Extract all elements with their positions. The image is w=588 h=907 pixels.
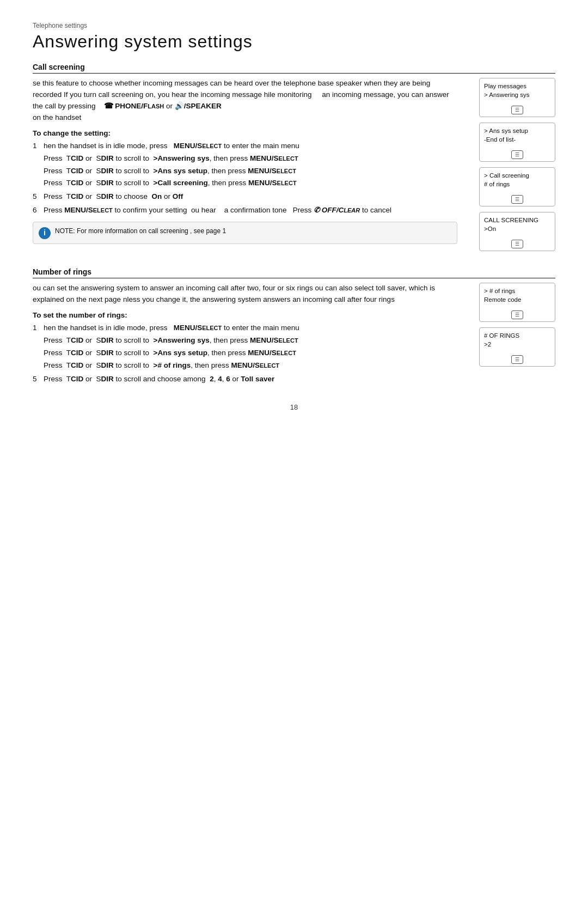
step-5-rings: 5 Press TCID or SDIR to scroll and choos… xyxy=(33,374,457,385)
rings-screen-1-icon: ☰ xyxy=(511,311,523,319)
cs-screen-1-icon: ☰ xyxy=(511,106,523,114)
change-setting-title: To change the setting: xyxy=(33,129,457,137)
substep-3-cs: Press TCID or SDIR to scroll to >Call sc… xyxy=(44,178,457,189)
rings-screen-2: # OF RINGS >2 ☰ xyxy=(479,327,555,367)
info-box-cs: i NOTE: For more information on call scr… xyxy=(33,222,457,244)
cs-screen-3-icon: ☰ xyxy=(511,195,523,204)
step-1-cs: 1 hen the handset is in idle mode, press… xyxy=(33,141,457,152)
step-1-rings: 1 hen the handset is in idle mode, press… xyxy=(33,322,457,334)
page-number: 18 xyxy=(33,403,555,411)
step-6-cs: 6 Press MENU/SELECT to confirm your sett… xyxy=(33,205,457,216)
cs-screen-4-icon: ☰ xyxy=(511,240,523,248)
rings-header: Number of rings xyxy=(33,267,555,278)
cs-screen-1: Play messages > Answering sys ☰ xyxy=(479,78,555,117)
breadcrumb: Telephone settings xyxy=(33,22,555,29)
call-screening-header: Call screening xyxy=(33,63,555,74)
cs-screen-4: CALL SCREENING >On ☰ xyxy=(479,212,555,251)
cs-screen-2: > Ans sys setup -End of list- ☰ xyxy=(479,123,555,162)
number-of-rings-section: Number of rings ou can set the answering… xyxy=(33,267,555,387)
set-rings-title: To set the number of rings: xyxy=(33,311,457,319)
rings-screens: > # of rings Remote code ☰ # OF RINGS >2… xyxy=(468,283,555,387)
step-5-cs: 5 Press TCID or SDIR to choose On or Off xyxy=(33,191,457,203)
call-screening-body: se this feature to choose whether incomi… xyxy=(33,78,457,124)
info-icon: i xyxy=(39,227,51,239)
rings-screen-2-icon: ☰ xyxy=(511,355,523,364)
cs-screens: Play messages > Answering sys ☰ > Ans sy… xyxy=(468,78,555,251)
call-screening-section: Call screening se this feature to choose… xyxy=(33,63,555,251)
substep-1-rings: Press TCID or SDIR to scroll to >Answeri… xyxy=(44,335,457,346)
substep-1-cs: Press TCID or SDIR to scroll to >Answeri… xyxy=(44,153,457,165)
page-title: Answering system settings xyxy=(33,32,555,52)
note-text-cs: NOTE: For more information on call scree… xyxy=(55,227,226,239)
substep-2-rings: Press TCID or SDIR to scroll to >Ans sys… xyxy=(44,348,457,359)
substep-2-cs: Press TCID or SDIR to scroll to >Ans sys… xyxy=(44,166,457,177)
substep-3-rings: Press TCID or SDIR to scroll to ># of ri… xyxy=(44,360,457,372)
cs-screen-3: > Call screening # of rings ☰ xyxy=(479,167,555,206)
rings-screen-1: > # of rings Remote code ☰ xyxy=(479,283,555,322)
cs-screen-2-icon: ☰ xyxy=(511,150,523,159)
rings-body: ou can set the answering system to answe… xyxy=(33,283,457,306)
